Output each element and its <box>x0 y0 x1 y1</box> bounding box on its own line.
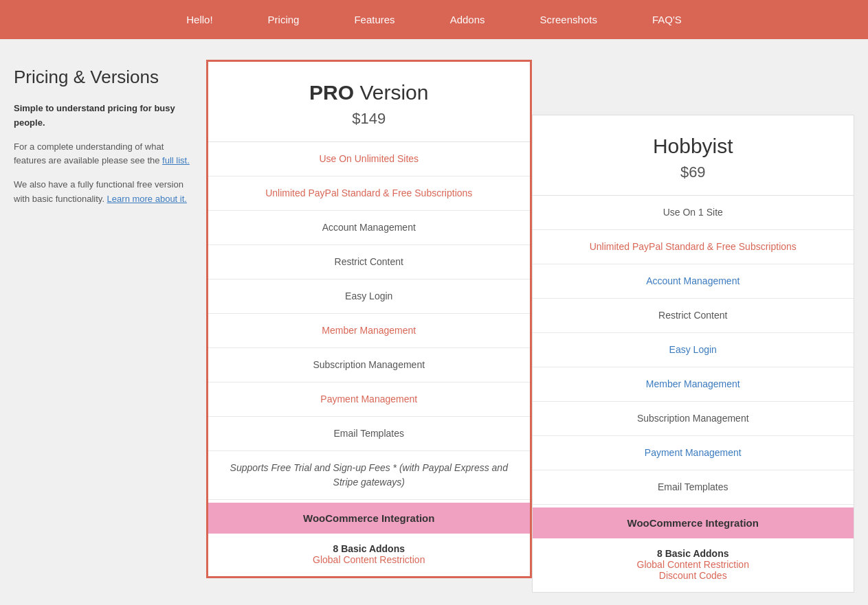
pro-feature-2: Unlimited PayPal Standard & Free Subscri… <box>208 176 530 211</box>
hobbyist-feature-2: Unlimited PayPal Standard & Free Subscri… <box>533 230 854 264</box>
pro-feature-1: Use On Unlimited Sites <box>208 142 530 176</box>
pro-feature-3: Account Management <box>208 211 530 245</box>
nav-hello[interactable]: Hello! <box>186 14 212 25</box>
hobbyist-card: Hobbyist $69 Use On 1 Site Unlimited Pay… <box>532 115 855 593</box>
pro-feature-8: Payment Management <box>208 383 530 417</box>
sidebar: Pricing & Versions Simple to understand … <box>14 60 192 216</box>
nav-features[interactable]: Features <box>354 14 394 25</box>
pro-feature-9: Email Templates <box>208 417 530 451</box>
hobbyist-feature-1: Use On 1 Site <box>533 196 854 230</box>
pricing-cards: PRO Version $149 Use On Unlimited Sites … <box>206 60 854 593</box>
pro-feature-4: Restrict Content <box>208 245 530 279</box>
hobbyist-card-title: Hobbyist <box>546 135 841 158</box>
pro-feature-7: Subscription Management <box>208 348 530 383</box>
pro-woocommerce-banner: WooCommerce Integration <box>208 503 530 534</box>
sidebar-para2: For a complete understanding of what fea… <box>14 140 192 169</box>
page-title: Pricing & Versions <box>14 67 192 88</box>
nav-screenshots[interactable]: Screenshots <box>540 14 597 25</box>
pro-feature-6: Member Management <box>208 314 530 348</box>
main-nav: Hello! Pricing Features Addons Screensho… <box>0 0 868 39</box>
pro-feature-5: Easy Login <box>208 279 530 314</box>
nav-addons[interactable]: Addons <box>450 14 485 25</box>
hobbyist-feature-8: Payment Management <box>533 436 854 470</box>
nav-pricing[interactable]: Pricing <box>268 14 300 25</box>
hobbyist-woocommerce-banner: WooCommerce Integration <box>533 507 854 538</box>
nav-faqs[interactable]: FAQ'S <box>652 14 682 25</box>
pro-card-price: $149 <box>222 110 516 128</box>
hobbyist-addons: 8 Basic Addons Global Content Restrictio… <box>533 538 854 585</box>
hobbyist-feature-7: Subscription Management <box>533 402 854 436</box>
pro-feature-10: Supports Free Trial and Sign-up Fees * (… <box>208 451 530 500</box>
hobbyist-feature-5: Easy Login <box>533 333 854 367</box>
hobbyist-feature-9: Email Templates <box>533 470 854 505</box>
pro-card: PRO Version $149 Use On Unlimited Sites … <box>206 60 532 578</box>
hobbyist-feature-3: Account Management <box>533 264 854 299</box>
pro-card-title: PRO Version <box>222 81 516 104</box>
hobbyist-feature-4: Restrict Content <box>533 299 854 333</box>
hobbyist-card-price: $69 <box>546 163 841 181</box>
pro-addons: 8 Basic Addons Global Content Restrictio… <box>208 534 530 569</box>
sidebar-para1: Simple to understand pricing for busy pe… <box>14 102 192 130</box>
hobbyist-feature-6: Member Management <box>533 367 854 402</box>
full-list-link[interactable]: full list. <box>162 155 190 165</box>
pro-card-header: PRO Version $149 <box>208 62 530 142</box>
hobbyist-card-header: Hobbyist $69 <box>533 115 854 196</box>
sidebar-para3: We also have a fully functional free ver… <box>14 178 192 207</box>
learn-more-link[interactable]: Learn more about it. <box>107 194 187 204</box>
